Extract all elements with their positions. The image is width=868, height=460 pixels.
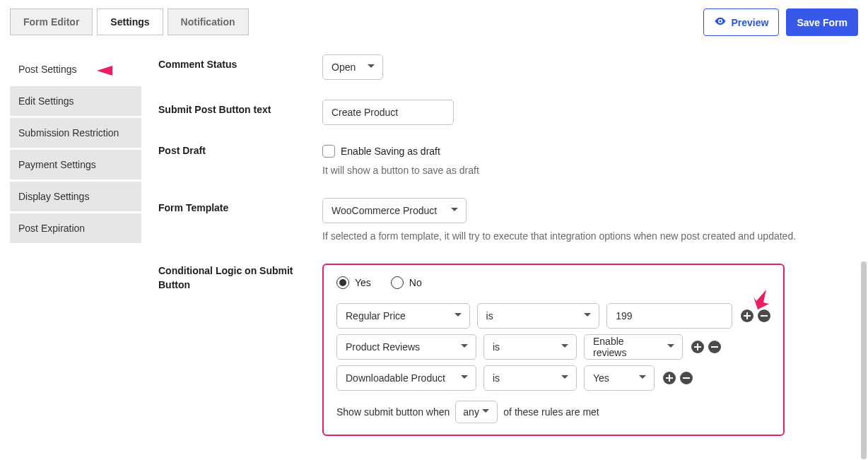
chevron-down-icon <box>561 341 569 353</box>
select-value: Enable reviews <box>593 336 658 358</box>
select-rule-field[interactable]: Downloadable Product <box>336 365 476 391</box>
sidebar-item-edit-settings[interactable]: Edit Settings <box>10 86 141 116</box>
hint-form-template: If selected a form template, it will try… <box>322 229 831 244</box>
select-value: is <box>493 341 500 353</box>
label-post-draft: Post Draft <box>158 145 322 156</box>
chevron-down-icon <box>638 372 647 384</box>
sidebar-item-display-settings[interactable]: Display Settings <box>10 182 141 211</box>
sidebar-item-post-settings[interactable]: Post Settings <box>10 54 141 84</box>
rule-remove-icon[interactable] <box>758 309 770 322</box>
tab-form-editor[interactable]: Form Editor <box>10 8 93 35</box>
radio-opt-yes[interactable]: Yes <box>336 276 371 289</box>
preview-button[interactable]: Preview <box>703 8 779 36</box>
rule-row: Downloadable ProductisYes <box>336 365 770 391</box>
save-form-button[interactable]: Save Form <box>786 8 858 36</box>
sidebar-item-post-expiration[interactable]: Post Expiration <box>10 213 141 243</box>
select-value: WooCommerce Product <box>332 205 437 216</box>
scrollbar-thumb[interactable] <box>861 261 867 459</box>
sidebar-item-submission-restriction[interactable]: Submission Restriction <box>10 118 141 148</box>
radio-opt-no[interactable]: No <box>391 276 422 289</box>
select-rule-operator[interactable]: is <box>477 303 600 329</box>
hint-post-draft: It will show a button to save as draft <box>322 163 831 178</box>
chevron-down-icon <box>583 310 592 322</box>
input-rule-value[interactable]: 199 <box>606 303 732 329</box>
conditional-logic-panel: Yes No Regular Priceis199Product Reviews… <box>322 264 785 436</box>
tab-notification[interactable]: Notification <box>168 8 249 35</box>
preview-label: Preview <box>731 17 768 28</box>
select-rule-value[interactable]: Yes <box>584 365 655 391</box>
chevron-down-icon <box>367 61 375 73</box>
select-rule-field[interactable]: Product Reviews <box>336 334 476 360</box>
select-value: is <box>493 372 500 384</box>
tab-settings[interactable]: Settings <box>97 8 163 35</box>
rule-add-icon[interactable] <box>691 341 704 353</box>
chevron-down-icon <box>454 310 462 322</box>
rule-add-icon[interactable] <box>663 372 676 384</box>
chevron-down-icon <box>460 341 469 353</box>
rule-row: Product ReviewsisEnable reviews <box>336 334 770 360</box>
rule-remove-icon[interactable] <box>708 341 721 353</box>
select-match-mode[interactable]: any <box>455 401 498 423</box>
label-comment-status: Comment Status <box>158 54 322 70</box>
select-comment-status[interactable]: Open <box>322 54 383 80</box>
chevron-down-icon <box>460 372 469 384</box>
label-submit-post-button-text: Submit Post Button text <box>158 100 322 115</box>
chevron-down-icon <box>481 406 490 418</box>
select-value: any <box>463 406 479 418</box>
select-value: Yes <box>593 372 609 384</box>
label-enable-saving-as-draft: Enable Saving as draft <box>341 146 440 157</box>
select-form-template[interactable]: WooCommerce Product <box>322 198 467 223</box>
chevron-down-icon <box>561 372 569 384</box>
select-value: Downloadable Product <box>346 372 445 384</box>
select-rule-operator[interactable]: is <box>483 365 577 391</box>
sidebar-item-payment-settings[interactable]: Payment Settings <box>10 150 141 179</box>
checkbox-enable-saving-as-draft[interactable] <box>322 145 335 158</box>
rule-row: Regular Priceis199 <box>336 303 770 329</box>
radio-conditional-yes[interactable] <box>336 276 349 289</box>
label-form-template: Form Template <box>158 198 322 213</box>
settings-sidebar: Post Settings Edit Settings Submission R… <box>10 54 141 243</box>
input-submit-text[interactable]: Create Product <box>322 100 454 125</box>
select-value: Open <box>332 61 356 73</box>
select-value: Product Reviews <box>346 341 420 353</box>
select-rule-field[interactable]: Regular Price <box>336 303 470 329</box>
select-rule-value[interactable]: Enable reviews <box>584 334 683 360</box>
radio-label: Yes <box>355 277 371 288</box>
select-rule-operator[interactable]: is <box>483 334 577 360</box>
label-conditional-logic: Conditional Logic on Submit Button <box>158 264 322 293</box>
select-value: is <box>486 310 493 322</box>
rule-remove-icon[interactable] <box>680 372 693 384</box>
chevron-down-icon <box>667 341 675 353</box>
match-text-prefix: Show submit button when <box>336 406 450 418</box>
match-text-suffix: of these rules are met <box>503 406 599 418</box>
top-tabs: Form Editor Settings Notification <box>10 8 249 35</box>
eye-icon <box>714 15 727 30</box>
radio-conditional-no[interactable] <box>391 276 404 289</box>
radio-label: No <box>409 277 422 288</box>
rule-add-icon[interactable] <box>741 309 753 322</box>
select-value: Regular Price <box>346 310 406 322</box>
chevron-down-icon <box>450 205 459 216</box>
